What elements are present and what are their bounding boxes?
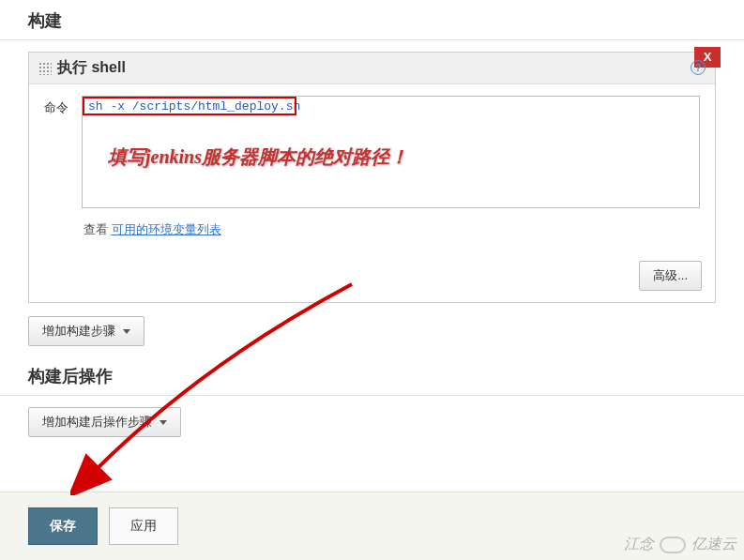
cloud-icon [660,537,686,553]
build-section: X ? 执行 shell 命令 填写jenkins服务器脚本的绝对路径！ 查看 … [0,40,744,356]
shell-step-block: X ? 执行 shell 命令 填写jenkins服务器脚本的绝对路径！ 查看 … [28,52,716,303]
build-section-title: 构建 [0,0,744,40]
add-post-build-label: 增加构建后操作步骤 [42,415,152,429]
watermark-right: 亿速云 [691,535,736,554]
shell-header-label: 执行 shell [57,58,126,78]
add-build-step-button[interactable]: 增加构建步骤 [28,316,144,346]
shell-step-header[interactable]: 执行 shell [29,53,715,84]
advanced-button[interactable]: 高级... [639,261,702,291]
env-vars-link[interactable]: 可用的环境变量列表 [112,222,221,236]
env-vars-row: 查看 可用的环境变量列表 [44,221,700,238]
chevron-down-icon [159,420,167,425]
command-label: 命令 [44,96,72,116]
help-icon[interactable]: ? [691,60,706,75]
watermark-left: 江念 [624,535,654,554]
save-button[interactable]: 保存 [28,507,98,545]
post-build-section: 增加构建后操作步骤 [0,396,744,452]
chevron-down-icon [123,329,130,334]
post-build-section-title: 构建后操作 [0,356,744,396]
env-prefix: 查看 [84,222,112,236]
watermark: 江念 亿速云 [624,535,736,554]
drag-handle-icon[interactable] [38,62,52,75]
apply-button[interactable]: 应用 [109,507,178,545]
command-textarea[interactable] [82,96,700,208]
add-post-build-step-button[interactable]: 增加构建后操作步骤 [28,407,181,437]
add-build-step-label: 增加构建步骤 [42,324,115,338]
shell-body: 命令 填写jenkins服务器脚本的绝对路径！ 查看 可用的环境变量列表 [29,84,715,251]
